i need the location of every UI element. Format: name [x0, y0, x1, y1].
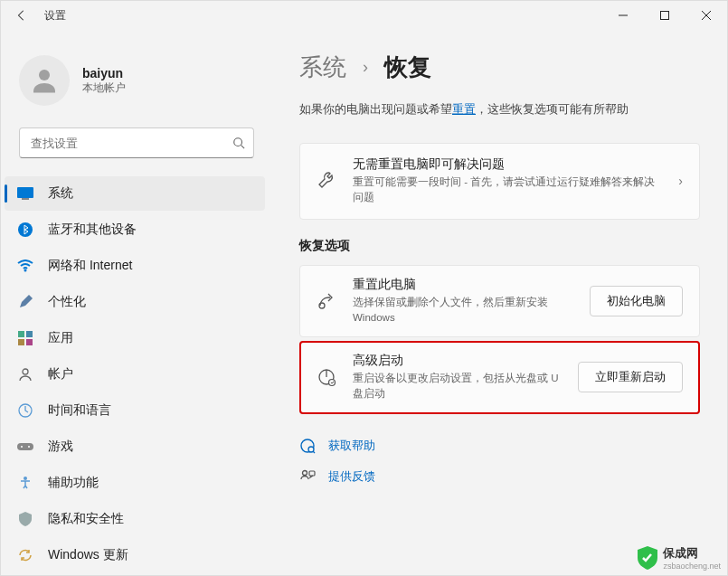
sidebar-item-label: 网络和 Internet	[48, 258, 132, 274]
power-icon	[317, 367, 336, 387]
gaming-icon	[17, 439, 33, 455]
main-content: 系统 › 恢复 如果你的电脑出现问题或希望重置，这些恢复选项可能有所帮助 无需重…	[272, 30, 727, 575]
feedback-icon	[299, 468, 316, 485]
svg-point-18	[21, 446, 23, 448]
svg-point-19	[28, 446, 30, 448]
sidebar-item-label: 时间和语言	[48, 402, 111, 419]
give-feedback-link[interactable]: 提供反馈	[299, 461, 700, 492]
wrench-icon	[317, 171, 336, 191]
card-desc: 重启设备以更改启动设置，包括从光盘或 U 盘启动	[353, 371, 562, 402]
sidebar-item-bluetooth[interactable]: 蓝牙和其他设备	[5, 212, 265, 247]
search-input[interactable]	[19, 127, 254, 158]
sidebar-item-label: Windows 更新	[48, 547, 128, 563]
sidebar-item-label: 应用	[48, 330, 73, 346]
close-button[interactable]	[685, 1, 727, 30]
shield-icon	[17, 511, 33, 527]
svg-point-4	[39, 70, 50, 80]
sidebar: baiyun 本地帐户 系统 蓝牙和	[1, 30, 272, 575]
sidebar-item-label: 隐私和安全性	[48, 511, 124, 527]
svg-point-24	[329, 380, 336, 386]
svg-rect-1	[661, 12, 669, 20]
sidebar-item-privacy[interactable]: 隐私和安全性	[5, 502, 265, 536]
svg-rect-7	[17, 187, 33, 198]
card-title: 高级启动	[353, 353, 562, 369]
svg-point-10	[24, 269, 27, 272]
svg-point-5	[234, 138, 242, 146]
update-icon	[17, 547, 33, 563]
chevron-right-icon: ›	[363, 58, 368, 77]
accessibility-icon	[17, 475, 33, 491]
svg-point-20	[24, 477, 27, 480]
sidebar-item-accounts[interactable]: 帐户	[5, 357, 265, 392]
sidebar-item-label: 蓝牙和其他设备	[48, 222, 137, 238]
sidebar-item-label: 系统	[48, 185, 73, 202]
svg-rect-29	[309, 471, 315, 476]
svg-line-27	[313, 451, 315, 453]
svg-rect-8	[22, 198, 29, 200]
time-language-icon	[17, 402, 33, 419]
breadcrumb-current: 恢复	[384, 52, 431, 83]
bluetooth-icon	[17, 222, 33, 238]
sidebar-item-gaming[interactable]: 游戏	[5, 430, 265, 464]
sidebar-item-apps[interactable]: 应用	[5, 321, 265, 355]
intro-text: 如果你的电脑出现问题或希望重置，这些恢复选项可能有所帮助	[299, 101, 700, 118]
avatar	[19, 55, 70, 106]
sidebar-item-time-language[interactable]: 时间和语言	[5, 393, 265, 428]
get-help-link[interactable]: 获取帮助	[299, 430, 700, 461]
sidebar-item-label: 帐户	[48, 366, 73, 382]
card-desc: 选择保留或删除个人文件，然后重新安装 Windows	[353, 295, 573, 326]
section-title: 恢复选项	[299, 238, 700, 254]
breadcrumb-parent[interactable]: 系统	[299, 52, 346, 83]
window-title: 设置	[44, 8, 66, 24]
sidebar-item-system[interactable]: 系统	[5, 176, 265, 211]
reset-pc-card: 重置此电脑 选择保留或删除个人文件，然后重新安装 Windows 初始化电脑	[299, 265, 700, 338]
sidebar-item-update[interactable]: Windows 更新	[5, 538, 265, 572]
minimize-button[interactable]	[602, 1, 644, 30]
troubleshoot-card[interactable]: 无需重置电脑即可解决问题 重置可能需要一段时间 - 首先，请尝试通过运行疑难解答…	[299, 143, 700, 220]
back-button[interactable]	[15, 9, 28, 22]
profile-subtitle: 本地帐户	[82, 80, 126, 96]
personalization-icon	[17, 294, 33, 310]
search-icon	[232, 137, 245, 149]
sidebar-item-network[interactable]: 网络和 Internet	[5, 249, 265, 283]
system-icon	[17, 185, 33, 202]
apps-icon	[17, 330, 33, 346]
reset-link[interactable]: 重置	[452, 102, 476, 116]
breadcrumb: 系统 › 恢复	[299, 52, 700, 83]
chevron-right-icon: ›	[678, 174, 683, 188]
profile-block[interactable]: baiyun 本地帐户	[1, 41, 272, 127]
help-icon	[299, 438, 316, 454]
titlebar: 设置	[1, 1, 727, 30]
svg-rect-17	[17, 443, 33, 450]
svg-rect-12	[26, 331, 33, 337]
svg-point-28	[303, 470, 307, 475]
link-text: 提供反馈	[328, 468, 375, 485]
svg-rect-14	[26, 339, 33, 345]
reset-icon	[317, 291, 336, 311]
svg-rect-13	[18, 339, 24, 345]
advanced-startup-card: 高级启动 重启设备以更改启动设置，包括从光盘或 U 盘启动 立即重新启动	[299, 341, 700, 414]
sidebar-item-label: 游戏	[48, 439, 73, 455]
accounts-icon	[17, 366, 33, 382]
link-text: 获取帮助	[328, 438, 375, 454]
wifi-icon	[17, 258, 33, 274]
profile-name: baiyun	[82, 66, 126, 80]
card-title: 无需重置电脑即可解决问题	[353, 156, 662, 173]
card-title: 重置此电脑	[353, 277, 573, 293]
svg-line-6	[241, 146, 245, 149]
restart-now-button[interactable]: 立即重新启动	[578, 362, 683, 392]
maximize-button[interactable]	[644, 1, 685, 30]
sidebar-item-label: 个性化	[48, 294, 86, 310]
sidebar-item-personalization[interactable]: 个性化	[5, 285, 265, 319]
card-desc: 重置可能需要一段时间 - 首先，请尝试通过运行疑难解答来解决问题	[353, 175, 662, 206]
svg-rect-11	[18, 331, 24, 337]
svg-point-15	[23, 369, 28, 374]
reset-pc-button[interactable]: 初始化电脑	[590, 286, 683, 316]
sidebar-item-accessibility[interactable]: 辅助功能	[5, 466, 265, 500]
sidebar-item-label: 辅助功能	[48, 475, 99, 491]
